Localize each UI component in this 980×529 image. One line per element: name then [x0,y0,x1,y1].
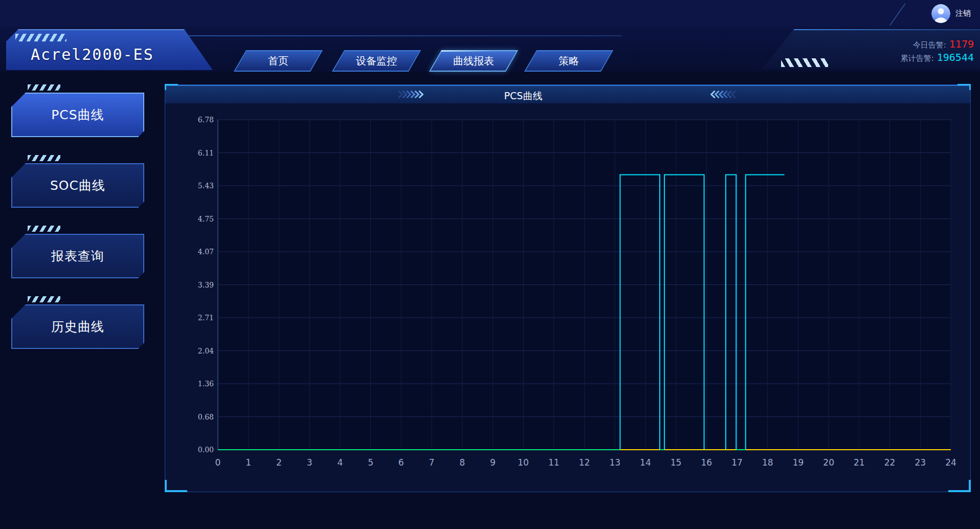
chart-title: PCS曲线 [472,90,574,103]
user-avatar-icon[interactable] [931,4,950,23]
svg-text:6.78: 6.78 [198,116,214,124]
svg-text:15: 15 [671,457,682,468]
svg-text:4.75: 4.75 [198,215,214,223]
alarm-summary: 今日告警:1179 累计告警:196544 [901,37,974,64]
sidebar-item-report-query[interactable]: 报表查询 [11,234,144,278]
total-alarm-label: 累计告警: [901,54,934,63]
brand-logo: Acrel2000-ES [31,46,154,63]
svg-text:3.39: 3.39 [198,281,214,289]
brand-plate: Acrel2000-ES [6,29,213,70]
tab-device-monitor[interactable]: 设备监控 [332,50,421,72]
today-alarm-value: 1179 [949,38,974,50]
svg-text:3: 3 [307,457,313,468]
svg-text:11: 11 [548,457,560,468]
pcs-curve-chart: 0123456789101112131415161718192021222324… [165,103,970,492]
panel-title-bar: PCS曲线 [165,85,970,103]
tab-strategy[interactable]: 策略 [524,50,613,72]
sidebar-item-pcs-curve[interactable]: PCS曲线 [11,93,144,137]
hash-marks-icon [28,84,60,91]
sidebar-item-history-curve[interactable]: 历史曲线 [11,304,144,349]
corner-bracket-bottom-right-icon [948,480,971,492]
svg-text:24: 24 [945,457,956,468]
chevrons-left-icon [711,92,736,100]
svg-text:5.43: 5.43 [198,182,214,190]
svg-text:9: 9 [490,457,496,468]
hash-marks-icon [28,155,60,161]
svg-text:12: 12 [579,457,590,468]
svg-text:8: 8 [459,457,465,468]
svg-text:1.36: 1.36 [198,380,214,388]
logout-button[interactable]: 注销 [955,9,971,18]
svg-text:10: 10 [518,457,529,468]
today-alarm-label: 今日告警: [913,40,946,50]
corner-bracket-top-right-icon [957,84,971,90]
svg-text:2.71: 2.71 [198,314,214,322]
hash-marks-icon [28,226,60,232]
svg-text:14: 14 [640,457,651,468]
svg-text:16: 16 [701,457,712,468]
svg-text:6.11: 6.11 [198,149,214,157]
svg-text:2.04: 2.04 [198,347,214,355]
svg-text:19: 19 [793,457,804,468]
svg-text:6: 6 [398,457,404,468]
svg-text:18: 18 [762,457,773,468]
hash-marks-icon [15,34,66,41]
tab-curve-report[interactable]: 曲线报表 [429,50,518,72]
svg-text:0.00: 0.00 [198,446,214,454]
sidebar-item-soc-curve[interactable]: SOC曲线 [11,163,144,208]
header-accent-line [153,35,621,36]
svg-text:5: 5 [368,457,373,468]
tab-home[interactable]: 首页 [234,50,323,72]
header: Acrel2000-ES 首页 设备监控 曲线报表 策略 今日告警:1179 累… [0,27,980,72]
svg-text:4.07: 4.07 [198,248,214,256]
svg-text:20: 20 [823,457,834,468]
svg-text:13: 13 [609,457,620,468]
corner-bracket-bottom-left-icon [165,480,187,492]
chevrons-right-icon [396,92,421,100]
svg-text:1: 1 [246,457,251,468]
topbar-diagonal-accent [889,3,905,26]
svg-text:17: 17 [731,457,743,468]
svg-text:7: 7 [429,457,435,468]
hash-marks-icon [781,58,828,67]
svg-text:21: 21 [854,457,865,468]
chart-panel: PCS曲线 0123456789101112131415161718192021… [165,84,971,492]
svg-text:23: 23 [915,457,926,468]
total-alarm-row: 累计告警:196544 [901,51,974,64]
corner-bracket-top-left-icon [165,84,178,90]
svg-text:22: 22 [884,457,896,468]
svg-text:4: 4 [337,457,343,468]
today-alarm-row: 今日告警:1179 [901,37,974,51]
svg-text:0: 0 [215,457,221,468]
user-area: 注销 [931,2,971,25]
svg-text:0.68: 0.68 [198,413,214,421]
svg-text:2: 2 [276,457,282,468]
total-alarm-value: 196544 [937,51,974,63]
topbar: 注销 [0,0,980,27]
hash-marks-icon [28,296,60,302]
